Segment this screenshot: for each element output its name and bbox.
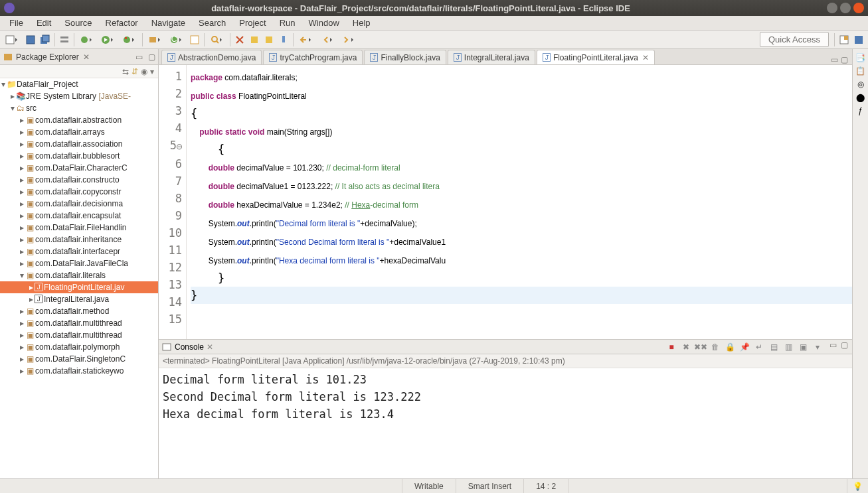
code-editor[interactable]: 12345⊖6789101112131415 package com.dataf… (159, 65, 852, 339)
view-menu-icon[interactable]: ▾ (150, 67, 154, 76)
toggle-breadcrumb-button[interactable] (58, 33, 71, 46)
pkg-node[interactable]: ▸▣com.dataflair.constructo (0, 174, 158, 186)
tab-finallyblock[interactable]: 🄹FinallyBlock.java (364, 50, 446, 64)
new-class-button[interactable]: C (167, 33, 187, 46)
svg-rect-5 (60, 40, 68, 42)
console-remove-icon[interactable]: ✖ (679, 340, 693, 354)
task-list-icon[interactable]: 📋 (855, 66, 865, 76)
view-minimize-icon[interactable]: ▭ (135, 52, 143, 62)
menu-search[interactable]: Search (193, 17, 231, 29)
run-button[interactable] (98, 33, 118, 46)
focus-icon[interactable]: ◉ (141, 67, 147, 76)
console-scroll-lock-icon[interactable]: 🔒 (723, 340, 737, 354)
breakpoints-icon[interactable]: ⬤ (856, 93, 865, 102)
pkg-node[interactable]: ▸▣com.DataFlair.JavaFileCla (0, 257, 158, 269)
prev-annotation-button[interactable] (262, 33, 276, 46)
console-word-wrap-icon[interactable]: ↵ (752, 340, 766, 354)
pkg-node[interactable]: ▸▣com.dataflair.statickeywo (0, 365, 158, 377)
file-floatingpoint: FloatingPointLiteral.jav (44, 283, 124, 292)
save-all-button[interactable] (39, 33, 52, 46)
pkg-node[interactable]: ▸▣com.dataflair.copyconstr (0, 186, 158, 198)
save-button[interactable] (24, 33, 37, 46)
pin-editor-button[interactable] (277, 33, 290, 46)
pkg-node[interactable]: ▸▣com.dataflair.method (0, 305, 158, 317)
tab-close-icon[interactable]: ✕ (642, 53, 649, 62)
package-explorer-view: Package Explorer ✕ ▭ ▢ ⇆ ⇵ ◉ ▾ ▾📁DataFla… (0, 49, 159, 478)
pkg-node[interactable]: ▸▣com.dataflair.polymorph (0, 341, 158, 353)
tab-trycatch[interactable]: 🄹tryCatchProgram.java (263, 50, 363, 64)
java-perspective-button[interactable] (852, 33, 865, 46)
coverage-button[interactable] (120, 33, 139, 46)
console-tab-close-icon[interactable]: ✕ (207, 342, 213, 352)
console-clear-icon[interactable]: 🗑 (709, 340, 722, 354)
back-button[interactable] (317, 33, 337, 46)
new-button[interactable] (3, 33, 23, 46)
menu-source[interactable]: Source (59, 17, 97, 29)
menu-help[interactable]: Help (347, 17, 376, 29)
pkg-node[interactable]: ▸▣com.dataflair.decisionma (0, 198, 158, 210)
tab-abstractiondemo[interactable]: 🄹AbstractionDemo.java (161, 50, 262, 64)
menu-refactor[interactable]: Refactor (100, 17, 143, 29)
pkg-node[interactable]: ▸▣com.DataFlair.SingletonC (0, 353, 158, 365)
pkg-node[interactable]: ▸▣com.dataflair.arrays (0, 126, 158, 138)
console-icon (161, 342, 172, 352)
tab-integralliteral[interactable]: 🄹IntegralLiteral.java (448, 50, 535, 64)
last-edit-button[interactable] (296, 33, 316, 46)
svg-rect-16 (251, 36, 258, 43)
pkg-node[interactable]: ▸▣com.dataflair.association (0, 138, 158, 150)
new-package-button[interactable] (145, 33, 165, 46)
pkg-node[interactable]: ▸▣com.dataflair.inheritance (0, 234, 158, 246)
pkg-node[interactable]: ▸▣com.dataflair.abstraction (0, 114, 158, 126)
view-maximize-icon[interactable]: ▢ (148, 52, 155, 62)
open-perspective-button[interactable] (837, 33, 851, 46)
console-removeall-icon[interactable]: ✖✖ (694, 340, 707, 354)
focus-task-icon[interactable]: ◎ (857, 80, 864, 89)
svg-rect-18 (282, 36, 285, 42)
debug-button[interactable] (77, 33, 97, 46)
collapse-all-icon[interactable]: ⇆ (122, 67, 129, 76)
outline-icon[interactable]: 📑 (855, 53, 865, 62)
console-minimize-icon[interactable]: ▭ (829, 340, 837, 354)
pkg-node[interactable]: ▸▣com.DataFlair.CharacterC (0, 162, 158, 174)
expressions-icon[interactable]: ƒ (858, 106, 863, 115)
quick-access[interactable]: Quick Access (760, 32, 829, 47)
window-maximize-button[interactable] (840, 3, 851, 13)
editor-maximize-icon[interactable]: ▢ (841, 55, 848, 64)
search-button[interactable] (207, 33, 227, 46)
view-close-icon[interactable]: ✕ (83, 52, 90, 62)
next-annotation-button[interactable] (248, 33, 261, 46)
svg-rect-13 (191, 36, 199, 44)
pkg-node[interactable]: ▸▣com.dataflair.interfacepr (0, 246, 158, 257)
window-close-button[interactable] (853, 3, 864, 13)
console-show-when-out-icon[interactable]: ▤ (767, 340, 780, 354)
editor-minimize-icon[interactable]: ▭ (831, 55, 838, 64)
forward-button[interactable] (339, 33, 359, 46)
console-terminate-icon[interactable]: ■ (665, 340, 678, 354)
svg-rect-20 (844, 36, 848, 40)
status-writable: Writable (402, 479, 456, 493)
project-tree[interactable]: ▾📁DataFlair_Project ▸📚JRE System Library… (0, 78, 158, 478)
pkg-node[interactable]: ▸▣com.dataflair.encapsulat (0, 210, 158, 222)
menu-file[interactable]: File (4, 17, 29, 29)
pkg-node[interactable]: ▸▣com.dataflair.bubblesort (0, 150, 158, 162)
console-open-icon[interactable]: ▣ (796, 340, 810, 354)
window-minimize-button[interactable] (827, 3, 837, 13)
console-maximize-icon[interactable]: ▢ (841, 340, 848, 354)
menu-window[interactable]: Window (304, 17, 345, 29)
pkg-node[interactable]: ▸▣com.DataFlair.FileHandlin (0, 222, 158, 234)
toggle-mark-button[interactable] (233, 33, 246, 46)
tab-floatingpoint[interactable]: 🄹FloatingPointLiteral.java✕ (537, 50, 655, 64)
menu-navigate[interactable]: Navigate (146, 17, 191, 29)
console-show-when-err-icon[interactable]: ▥ (782, 340, 795, 354)
menu-edit[interactable]: Edit (31, 17, 56, 29)
menu-project[interactable]: Project (234, 17, 271, 29)
open-type-button[interactable] (188, 33, 201, 46)
console-pin-icon[interactable]: 📌 (738, 340, 751, 354)
link-editor-icon[interactable]: ⇵ (131, 67, 138, 76)
pkg-node[interactable]: ▸▣com.dataflair.multithread (0, 329, 158, 341)
tip-icon[interactable]: 💡 (853, 482, 863, 491)
console-output[interactable]: Decimal form literal is 101.23 Second De… (159, 368, 852, 478)
menu-run[interactable]: Run (274, 17, 301, 29)
pkg-node[interactable]: ▸▣com.dataflair.multithread (0, 317, 158, 329)
console-select-icon[interactable]: ▾ (811, 340, 824, 354)
